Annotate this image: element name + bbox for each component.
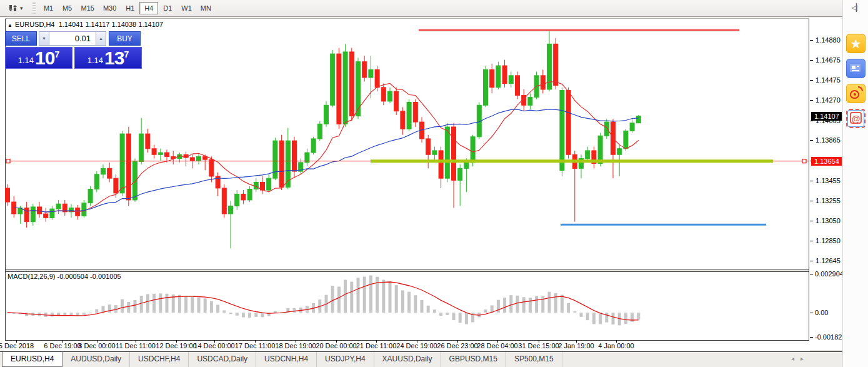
chart-tabbar: EURUSD,H4AUDUSD,DailyUSDCHF,H4USDCAD,Dai…: [0, 351, 842, 367]
chart-tab-usdchf-h4[interactable]: USDCHF,H4: [130, 352, 189, 367]
candles-arrows-icon: [8, 4, 18, 13]
time-tick-label: 14 Dec 00:00: [194, 342, 234, 349]
buy-price-point: 7: [124, 49, 129, 59]
tabs-scroll-left-icon[interactable]: ◂: [791, 355, 801, 362]
time-tick-label: 8 Dec 00:00: [78, 342, 115, 349]
price-axis[interactable]: 1.148801.146751.144751.142701.140651.138…: [810, 18, 842, 341]
time-tick-label: 12 Dec 19:00: [156, 342, 196, 349]
mt4-terminal: ▾ M1M5M15M30H1H4D1W1MN ▲EURUSD,H4 1.1404…: [0, 0, 868, 367]
chart-tab-xauusd-daily[interactable]: XAUUSD,Daily: [374, 352, 441, 367]
time-tick-label: 24 Dec 19:00: [396, 342, 437, 349]
mail-at-icon[interactable]: @: [846, 109, 866, 128]
timeframe-mn[interactable]: MN: [196, 2, 216, 14]
time-tick-label: 20 Dec 00:00: [316, 342, 356, 349]
sell-button[interactable]: SELL: [5, 31, 37, 46]
timeframe-m15[interactable]: M15: [77, 2, 99, 14]
chart-tab-usdcnh-h4[interactable]: USDCNH,H4: [256, 352, 317, 367]
news-feed-icon[interactable]: [846, 59, 866, 78]
time-tick-label: 11 Dec 11:00: [116, 342, 156, 349]
symbol-triangle-icon: ▲: [7, 23, 12, 28]
chart-title: ▲EURUSD,H4 1.14041 1.14117 1.14038 1.141…: [7, 21, 163, 28]
chart-tab-usdjpy-h4[interactable]: USDJPY,H4: [317, 352, 374, 367]
timeframe-w1[interactable]: W1: [177, 2, 196, 14]
time-tick-label: 28 Dec 04:00: [477, 342, 517, 349]
buy-price-display[interactable]: 1.14 13 7: [74, 47, 142, 69]
toolbar: ▾ M1M5M15M30H1H4D1W1MN: [0, 0, 842, 17]
chart-tab-gbpusd-m15[interactable]: GBPUSD,M15: [441, 352, 506, 367]
volume-increase-button[interactable]: ▲: [96, 31, 106, 46]
tabs-scroll-right-icon[interactable]: ▸: [801, 355, 810, 362]
time-tick-label: 21 Dec 11:00: [356, 342, 397, 349]
time-axis[interactable]: 5 Dec 20186 Dec 19:008 Dec 00:0011 Dec 1…: [0, 341, 810, 351]
favorites-star-icon[interactable]: ★: [846, 34, 866, 53]
timeframe-d1[interactable]: D1: [158, 2, 177, 14]
chevron-down-icon: ▾: [20, 5, 23, 11]
time-tick-label: 31 Dec 15:00: [518, 342, 559, 349]
time-tick-label: 5 Dec 2018: [0, 342, 34, 349]
timeframe-h4[interactable]: H4: [139, 2, 158, 14]
sell-price-pips: 10: [35, 49, 54, 67]
volume-decrease-button[interactable]: ▼: [39, 31, 49, 46]
time-tick-label: 4 Jan 00:00: [598, 342, 634, 349]
timeframe-h1[interactable]: H1: [121, 2, 139, 14]
chart-symbol-period: EURUSD,H4: [15, 21, 55, 28]
time-tick-label: 17 Dec 11:00: [235, 342, 276, 349]
time-tick-label: 26 Dec 23:00: [437, 342, 477, 349]
sidebar-collapse-button[interactable]: ◁▏: [848, 2, 864, 13]
current-price-label: 1.14107: [811, 112, 842, 121]
toolbar-separator: [32, 3, 36, 14]
chart-tab-audusd-daily[interactable]: AUDUSD,Daily: [62, 352, 130, 367]
new-order-button[interactable]: ▾: [4, 0, 27, 16]
one-click-trade-panel: SELL ▼ ▲ BUY 1.14 10 7 1.14 13 7: [5, 31, 144, 69]
timeframe-m1[interactable]: M1: [39, 2, 58, 14]
timeframe-m5[interactable]: M5: [58, 2, 77, 14]
timeframe-m30[interactable]: M30: [99, 2, 121, 14]
buy-price-pips: 13: [104, 49, 124, 67]
chart-tab-sp500-m15[interactable]: SP500,M15: [506, 352, 562, 367]
time-tick-label: 18 Dec 19:00: [275, 342, 316, 349]
time-tick-label: 2 Jan 19:00: [558, 342, 594, 349]
chart-tab-eurusd-h4[interactable]: EURUSD,H4: [2, 352, 62, 367]
sell-price-figure: 1.14: [18, 54, 34, 67]
right-sidebar: ◁▏ ★ @: [842, 0, 868, 367]
buy-button[interactable]: BUY: [109, 31, 141, 46]
chart-window[interactable]: ▲EURUSD,H4 1.14041 1.14117 1.14038 1.141…: [0, 18, 842, 350]
sell-price-point: 7: [54, 49, 59, 59]
chart-tab-usdcad-daily[interactable]: USDCAD,Daily: [189, 352, 256, 367]
chart-ohlc-values: 1.14041 1.14117 1.14038 1.14107: [59, 21, 163, 28]
timeframe-buttons: M1M5M15M30H1H4D1W1MN: [39, 0, 216, 16]
buy-price-figure: 1.14: [87, 54, 103, 67]
volume-input[interactable]: [49, 31, 96, 46]
time-tick-label: 6 Dec 19:00: [44, 342, 81, 349]
sell-price-display[interactable]: 1.14 10 7: [5, 47, 72, 69]
weibo-icon[interactable]: [846, 84, 866, 103]
hline-price-label: 1.13654: [811, 157, 842, 166]
macd-indicator-label: MACD(12,26,9) -0.000504 -0.001005: [7, 273, 121, 280]
